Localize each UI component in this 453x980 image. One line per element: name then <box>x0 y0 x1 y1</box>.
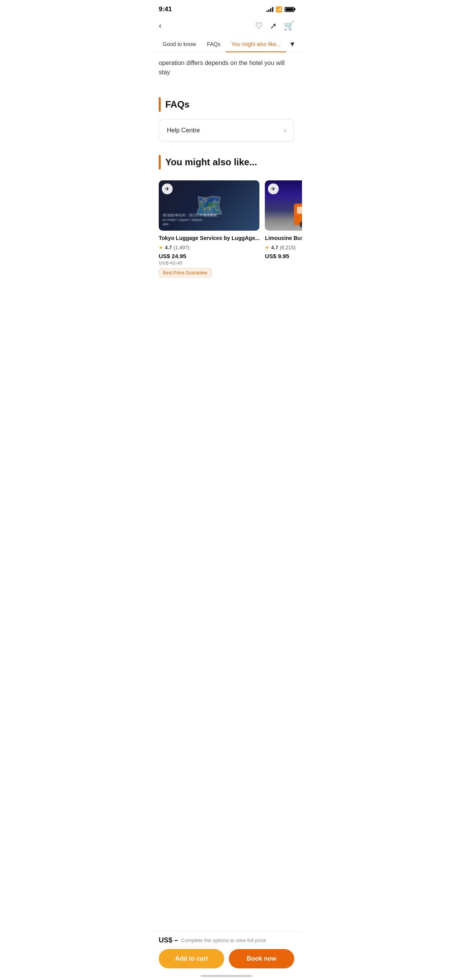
rating-value-luggage: 4.7 <box>165 245 172 250</box>
nav-bar: ‹ ♡ ➚ 🛒 <box>151 15 302 36</box>
product-price-luggage: US$ 24.95 <box>159 253 259 259</box>
also-like-accent-bar <box>159 155 161 170</box>
product-card-bus[interactable]: ✈ Narita Airport Limousines Limousine Bu… <box>265 180 302 278</box>
product-price-bus: US$ 9.95 <box>265 253 302 259</box>
cart-icon[interactable]: 🛒 <box>284 21 294 31</box>
tab-dropdown-button[interactable]: ▼ <box>289 40 296 48</box>
also-like-section-header: You might also like... <box>159 155 294 170</box>
product-rating-luggage: ★ 4.7 (1,497) <box>159 245 259 250</box>
battery-icon <box>285 7 294 12</box>
product-name-luggage: Tokyo Luggage Services by LuggAge... <box>159 235 259 242</box>
tab-faqs[interactable]: FAQs <box>201 36 226 52</box>
tab-bar: Good to know FAQs You might also like...… <box>151 36 302 52</box>
faqs-accent-bar <box>159 97 161 112</box>
favorite-icon[interactable]: ♡ <box>255 21 263 31</box>
tab-good-to-know[interactable]: Good to know <box>157 36 201 52</box>
best-price-badge-luggage: Best Price Guarantee <box>159 268 212 278</box>
status-time: 9:41 <box>159 5 172 13</box>
product-name-bus: Limousine Bus Narita or Haneda Airport t… <box>265 235 302 242</box>
bus-shape <box>294 204 302 225</box>
help-centre-label: Help Centre <box>167 127 200 134</box>
product-rating-bus: ★ 4.7 (8,215) <box>265 245 302 250</box>
wifi-icon: 📶 <box>276 6 282 12</box>
product-image-bus: ✈ Narita Airport Limousines <box>265 180 302 231</box>
product-image-luggage: ✈ 場/旅館/車站間・當日行李運送服務。en Hotel / Airport /… <box>159 180 259 231</box>
status-bar: 9:41 📶 <box>151 0 302 15</box>
signal-icon <box>266 7 273 12</box>
luggage-image-text: 場/旅館/車站間・當日行李運送服務。en Hotel / Airport / S… <box>163 213 256 227</box>
rating-value-bus: 4.7 <box>271 245 278 250</box>
flight-badge-luggage: ✈ <box>162 183 173 194</box>
rating-count-bus: (8,215) <box>280 245 295 250</box>
rating-count-luggage: (1,497) <box>173 245 189 250</box>
faqs-section-header: FAQs <box>159 97 294 112</box>
star-icon-luggage: ★ <box>159 245 163 250</box>
tab-you-might-also-like[interactable]: You might also like... <box>226 36 286 52</box>
nav-action-icons: ♡ ➚ 🛒 <box>255 21 294 31</box>
also-like-title: You might also like... <box>165 157 257 168</box>
faqs-title: FAQs <box>165 99 190 110</box>
help-centre-card[interactable]: Help Centre › <box>159 119 294 142</box>
product-original-price-luggage: US$ 42.45 <box>159 260 259 266</box>
products-scroll-container: ✈ 場/旅館/車站間・當日行李運送服務。en Hotel / Airport /… <box>151 180 302 284</box>
partial-content-text: operation differs depends on the hotel y… <box>151 52 302 89</box>
share-icon[interactable]: ➚ <box>270 21 277 31</box>
help-centre-chevron-icon: › <box>284 126 286 134</box>
product-card-luggage[interactable]: ✈ 場/旅館/車站間・當日行李運送服務。en Hotel / Airport /… <box>159 180 259 278</box>
back-button[interactable]: ‹ <box>159 19 165 33</box>
flight-badge-bus: ✈ <box>268 183 279 194</box>
faqs-section: FAQs Help Centre › <box>151 89 302 146</box>
status-icons: 📶 <box>266 6 294 12</box>
also-like-section: You might also like... <box>151 146 302 180</box>
star-icon-bus: ★ <box>265 245 269 250</box>
